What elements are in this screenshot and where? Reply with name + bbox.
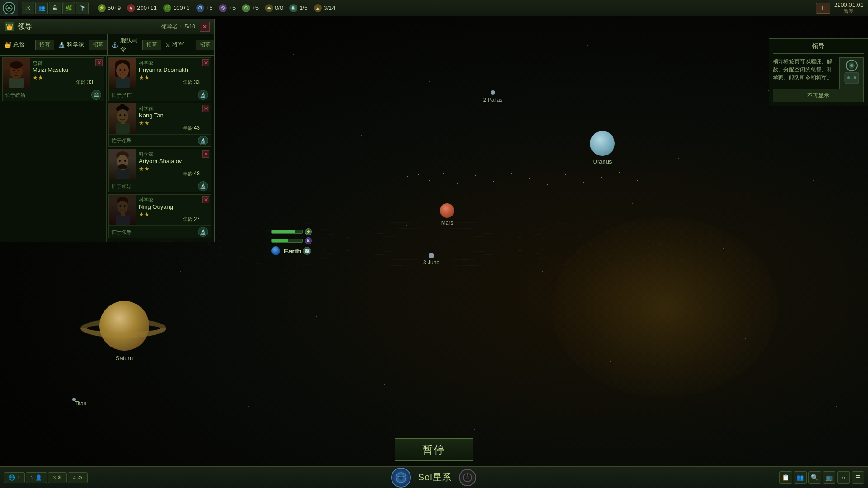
dismiss-msizi[interactable]: ✕ [95, 59, 103, 66]
role-artyom: 科学家 [139, 151, 208, 158]
resources-bar: ⚡ 50+9 ♥ 200+11 🌿 100+3 ⚙ +5 ◎ +5 ⚙ +5 ◆… [92, 4, 811, 12]
toolbar-icon-2[interactable]: 👥 [35, 2, 48, 14]
mars-planet[interactable]: Mars [440, 203, 454, 218]
food-icon: 🌿 [163, 4, 171, 12]
toolbar-icon-4[interactable]: 🌿 [62, 2, 75, 14]
panel-title: 领导 [18, 22, 32, 32]
dismiss-priyanka[interactable]: ✕ [202, 59, 209, 66]
name-msizi: Msizi Masuku [33, 66, 101, 73]
tab-fleet-recruit[interactable]: 招募 [142, 40, 161, 50]
asteroid-dot [407, 176, 408, 177]
tab-fleet[interactable]: ⚓ 舰队司令 [108, 34, 142, 55]
logo-circle [3, 2, 15, 14]
asteroid-dot [493, 181, 494, 182]
scientist-card-ning[interactable]: 科学家 Ning Ouyang ★★ 年龄 27 ✕ 忙于领导 🔬 [108, 194, 211, 238]
tab-general-recruit[interactable]: 招募 [196, 40, 214, 50]
name-priyanka: Priyanka Desmukh [139, 66, 208, 73]
resource-alloys: ◉ 1/5 [289, 4, 307, 12]
dismiss-kang[interactable]: ✕ [202, 105, 209, 112]
card-header-msizi: 总督 Msizi Masuku ★★ 年龄 33 ✕ [3, 58, 104, 89]
dismiss-ning[interactable]: ✕ [202, 196, 209, 203]
resource-minerals: ♥ 200+11 [127, 4, 157, 12]
saturn-planet[interactable]: Saturn [99, 301, 149, 352]
age-val-ning: 27 [194, 216, 200, 222]
mars-label: Mars [441, 220, 453, 226]
svg-point-26 [124, 114, 126, 116]
details-priyanka: 科学家 Priyanka Desmukh ★★ 年龄 33 ✕ [136, 58, 211, 89]
details-ning: 科学家 Ning Ouyang ★★ 年龄 27 ✕ [136, 195, 211, 225]
tab4-icon: ⚙ [78, 474, 83, 481]
bottom-tab-1[interactable]: 🌐 1 [4, 472, 25, 483]
leader-count-label: 领导者： 5/10 [161, 23, 195, 31]
tab-scientist-icon: 🔬 [58, 42, 65, 48]
bottom-icon-menu[interactable]: ☰ [852, 471, 864, 484]
scientist-card-kang[interactable]: 科学家 Kang Tan ★★ 年龄 43 ✕ 忙于领导 🔬 [108, 103, 211, 147]
tab-governor[interactable]: 👑 总督 [0, 38, 35, 51]
age-val-kang: 43 [194, 125, 200, 131]
age-val-artyom: 48 [194, 170, 200, 177]
panel-close-button[interactable]: ✕ [200, 22, 210, 32]
bottom-icon-people[interactable]: 👥 [794, 471, 807, 484]
galaxy-right-button[interactable] [459, 469, 476, 486]
status-icon-artyom: 🔬 [198, 181, 208, 191]
tab-governor-recruit[interactable]: 招募 [35, 40, 54, 50]
role-ning: 科学家 [139, 197, 208, 203]
toolbar-icon-3[interactable]: 🏛 [49, 2, 61, 14]
name-kang: Kang Tan [139, 112, 208, 119]
svg-rect-43 [845, 72, 859, 84]
tab1-icon: 🌐 [9, 474, 15, 481]
bottom-icon-arrows[interactable]: ↔ [837, 471, 850, 484]
name-ning: Ning Ouyang [139, 203, 208, 210]
saturn-body [99, 301, 149, 351]
tab-scientist[interactable]: 🔬 科学家 [54, 38, 89, 51]
age-msizi: 年龄 33 [76, 79, 93, 86]
tab-general[interactable]: ⚔ 将军 [161, 38, 196, 51]
top-bar-right: II 2200.01.01 暂停 [811, 1, 868, 14]
tab2-num: 2 [31, 475, 33, 480]
age-label-ning: 年龄 [183, 216, 193, 222]
right-panel-body: 领导标签页可以雇佣、解散、分配空闲的总督、科学家、舰队司令和将军。 [773, 57, 864, 89]
leader-content: 总督 Msizi Masuku ★★ 年龄 33 ✕ 忙于统治 🏛 [0, 56, 214, 242]
bottom-icon-display[interactable]: 📺 [823, 471, 835, 484]
dont-show-button[interactable]: 不再显示 [773, 89, 864, 102]
age-label-priyanka: 年龄 [183, 80, 193, 85]
empire-logo[interactable] [0, 0, 18, 16]
footer-priyanka: 忙于指挥 🔬 [109, 89, 211, 101]
dismiss-artyom[interactable]: ✕ [202, 150, 209, 158]
earth-cluster[interactable]: ⚡ ✖ Earth 🔄 [271, 228, 312, 255]
governor-card-msizi[interactable]: 总督 Msizi Masuku ★★ 年龄 33 ✕ 忙于统治 🏛 [2, 57, 104, 101]
pause-button[interactable]: II [816, 3, 830, 14]
tab2-icon: 👤 [35, 474, 42, 481]
uranus-planet[interactable]: Uranus [590, 131, 615, 156]
tab-scientist-recruit[interactable]: 招募 [89, 40, 107, 50]
saturn-label: Saturn [116, 355, 133, 361]
toolbar-icon-5[interactable]: 🔭 [76, 2, 89, 14]
galaxy-view-button[interactable] [391, 468, 411, 488]
earth-planet-dot [271, 246, 280, 255]
bottom-tab-3[interactable]: 3 ❄ [48, 472, 67, 483]
scientist-card-artyom[interactable]: 科学家 Artyom Shatalov ★★ 年龄 48 ✕ 忙于领导 🔬 [108, 149, 211, 192]
age-kang: 年龄 43 [183, 125, 200, 131]
juno-label: 3 Juno [423, 259, 439, 266]
svg-point-42 [850, 64, 853, 67]
bottom-tab-2[interactable]: 2 👤 [26, 472, 47, 483]
bottom-icon-shield[interactable]: 📋 [779, 471, 792, 484]
juno-asteroid[interactable]: 3 Juno [429, 253, 434, 258]
svg-rect-27 [116, 169, 130, 179]
svg-point-45 [854, 76, 856, 79]
bottom-icon-search[interactable]: 🔍 [808, 471, 821, 484]
bottom-center: Sol星系 [91, 468, 776, 488]
bottom-tab-4[interactable]: 4 ⚙ [68, 472, 87, 483]
status-ning: 忙于领导 [112, 229, 132, 235]
minerals-icon: ♥ [127, 4, 135, 12]
scientist-card-priyanka[interactable]: 科学家 Priyanka Desmukh ★★ 年龄 33 ✕ 忙于指挥 🔬 [108, 57, 211, 101]
count-value: 5/10 [185, 23, 195, 30]
pallas-asteroid[interactable]: 2 Pallas [491, 90, 495, 95]
toolbar-icon-1[interactable]: ⚔ [22, 2, 34, 14]
right-info-panel: 领导 领导标签页可以雇佣、解散、分配空闲的总督、科学家、舰队司令和将军。 不再显… [769, 38, 868, 106]
earth-pop-icon: ✖ [305, 237, 312, 244]
alloys-value: 1/5 [299, 5, 307, 11]
status-icon-priyanka: 🔬 [198, 90, 208, 100]
empire-icon [5, 4, 13, 12]
svg-point-7 [10, 61, 23, 69]
